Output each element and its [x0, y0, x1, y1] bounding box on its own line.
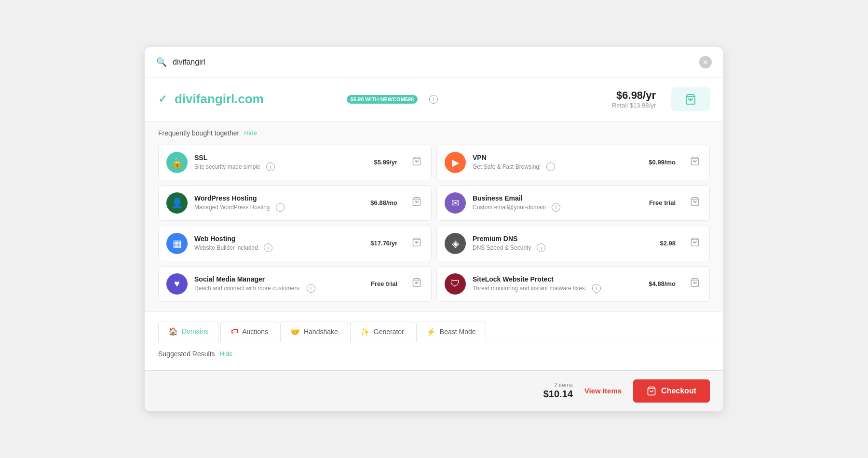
- add-addon-to-cart-button[interactable]: [688, 154, 702, 170]
- addon-desc: Reach and connect with more customers. i: [194, 284, 364, 293]
- main-container: 🔍 ✕ ✓ divifangirl.com $5.98 WITH NEWCOM5…: [145, 47, 723, 411]
- addon-price: $17.76/yr: [370, 240, 397, 247]
- addon-name: VPN: [473, 154, 642, 162]
- checkout-button[interactable]: Checkout: [633, 379, 710, 403]
- addon-info: VPN Get Safe & Fast Browsing! i: [473, 154, 642, 171]
- addon-name: Web Hosting: [194, 235, 364, 242]
- domain-pricing: $6.98/yr Retail $13.98/yr: [612, 89, 656, 109]
- addon-info-icon[interactable]: i: [592, 284, 601, 293]
- addon-info-icon[interactable]: i: [546, 162, 555, 171]
- addon-info-icon[interactable]: i: [307, 284, 315, 293]
- domain-retail: Retail $13.98/yr: [612, 102, 656, 109]
- addon-info-icon[interactable]: i: [266, 162, 275, 171]
- tab-label: Beast Mode: [440, 328, 476, 336]
- addon-name: Premium DNS: [473, 235, 653, 242]
- search-bar: 🔍 ✕: [145, 47, 723, 78]
- add-addon-to-cart-button[interactable]: [410, 154, 423, 170]
- addon-price: $5.99/yr: [374, 159, 397, 166]
- add-addon-to-cart-button[interactable]: [688, 235, 702, 251]
- domain-result: ✓ divifangirl.com $5.98 WITH NEWCOM598 i…: [145, 78, 723, 121]
- addon-price: Free trial: [371, 280, 397, 287]
- addon-price: $4.88/mo: [649, 280, 676, 287]
- tab-icon: 🤝: [290, 327, 300, 337]
- addon-name: SSL: [194, 154, 367, 162]
- addon-icon: ▦: [166, 233, 188, 254]
- addon-card: ◈ Premium DNS DNS Speed & Security i $2.…: [436, 226, 710, 261]
- addon-card: ▦ Web Hosting Website Builder included i…: [158, 226, 432, 261]
- addon-name: Business Email: [473, 194, 642, 202]
- addon-icon: 👤: [166, 192, 188, 214]
- add-addon-to-cart-button[interactable]: [410, 195, 423, 211]
- suggested-section: Suggested Results Hide: [145, 342, 723, 365]
- addon-price: $6.88/mo: [370, 199, 397, 206]
- addon-icon: 🛡: [445, 273, 466, 295]
- suggested-header: Suggested Results Hide: [158, 350, 710, 358]
- tab-icon: 🏠: [168, 327, 178, 336]
- add-addon-to-cart-button[interactable]: [410, 276, 423, 292]
- freq-header: Frequently bought together Hide: [158, 129, 710, 137]
- addon-card: 🛡 SiteLock Website Protect Threat monito…: [436, 266, 710, 302]
- tab-handshake[interactable]: 🤝 Handshake: [280, 322, 348, 342]
- addon-info: Premium DNS DNS Speed & Security i: [473, 235, 653, 252]
- items-total: $10.14: [543, 389, 573, 400]
- add-addon-to-cart-button[interactable]: [688, 276, 702, 292]
- addon-name: Social Media Manager: [194, 275, 364, 283]
- tab-beast-mode[interactable]: ⚡ Beast Mode: [416, 322, 486, 342]
- close-icon[interactable]: ✕: [699, 56, 712, 68]
- domain-name: divifangirl.com: [175, 92, 333, 107]
- addon-info-icon[interactable]: i: [264, 243, 272, 252]
- addon-name: SiteLock Website Protect: [473, 275, 642, 283]
- addon-card: ♥ Social Media Manager Reach and connect…: [158, 266, 432, 302]
- view-items-button[interactable]: View Items: [584, 387, 622, 395]
- addon-icon: ♥: [166, 273, 188, 295]
- tab-domains[interactable]: 🏠 Domains: [158, 322, 218, 342]
- addon-card: ✉ Business Email Custom email@your-domai…: [436, 185, 710, 221]
- addon-desc: Site security made simple i: [194, 162, 367, 171]
- addon-card: 🔒 SSL Site security made simple i $5.99/…: [158, 145, 432, 180]
- addon-name: WordPress Hosting: [194, 194, 364, 202]
- addon-desc: Get Safe & Fast Browsing! i: [473, 162, 642, 171]
- search-icon: 🔍: [156, 57, 167, 67]
- tab-icon: ✨: [360, 327, 370, 337]
- tab-label: Domains: [182, 327, 208, 335]
- items-summary: 2 items $10.14: [543, 382, 573, 400]
- tab-auctions[interactable]: 🏷 Auctions: [220, 322, 278, 342]
- tab-label: Auctions: [242, 328, 268, 336]
- cart-icon: [647, 386, 656, 396]
- add-addon-to-cart-button[interactable]: [410, 235, 423, 251]
- footer-bar: 2 items $10.14 View Items Checkout: [145, 370, 723, 411]
- suggested-title: Suggested Results: [158, 350, 215, 358]
- addon-icon: ▶: [445, 152, 466, 173]
- addon-price: $0.99/mo: [649, 159, 676, 166]
- addon-icon: 🔒: [166, 152, 188, 173]
- tab-label: Handshake: [304, 328, 338, 336]
- info-icon[interactable]: i: [429, 95, 438, 104]
- addon-info: SiteLock Website Protect Threat monitori…: [473, 275, 642, 293]
- tab-icon: ⚡: [426, 327, 436, 337]
- add-domain-to-cart-button[interactable]: [671, 87, 710, 111]
- items-count: 2 items: [543, 382, 573, 389]
- addon-price: Free trial: [649, 199, 676, 206]
- addon-info: Business Email Custom email@your-domain …: [473, 194, 642, 212]
- check-icon: ✓: [158, 93, 167, 106]
- domain-price: $6.98/yr: [612, 89, 656, 102]
- addon-card: 👤 WordPress Hosting Managed WordPress Ho…: [158, 185, 432, 221]
- addon-card: ▶ VPN Get Safe & Fast Browsing! i $0.99/…: [436, 145, 710, 180]
- addon-desc: Managed WordPress Hosting i: [194, 203, 364, 212]
- tab-generator[interactable]: ✨ Generator: [350, 322, 414, 342]
- addon-info: WordPress Hosting Managed WordPress Host…: [194, 194, 364, 212]
- hide-frequently-link[interactable]: Hide: [244, 129, 257, 136]
- addon-info-icon[interactable]: i: [537, 243, 545, 252]
- search-input[interactable]: [173, 58, 693, 67]
- freq-title: Frequently bought together: [158, 129, 239, 137]
- addon-desc: Threat monitoring and instant malware fi…: [473, 284, 642, 293]
- add-addon-to-cart-button[interactable]: [688, 195, 702, 211]
- hide-suggested-link[interactable]: Hide: [220, 350, 233, 357]
- addon-info-icon[interactable]: i: [276, 203, 285, 212]
- addon-desc: Website Builder included i: [194, 243, 364, 252]
- addon-icon: ◈: [445, 233, 466, 254]
- addon-info-icon[interactable]: i: [552, 203, 560, 212]
- frequently-bought-section: Frequently bought together Hide 🔒 SSL Si…: [145, 121, 723, 311]
- addon-desc: Custom email@your-domain i: [473, 203, 642, 212]
- addons-grid: 🔒 SSL Site security made simple i $5.99/…: [158, 145, 710, 302]
